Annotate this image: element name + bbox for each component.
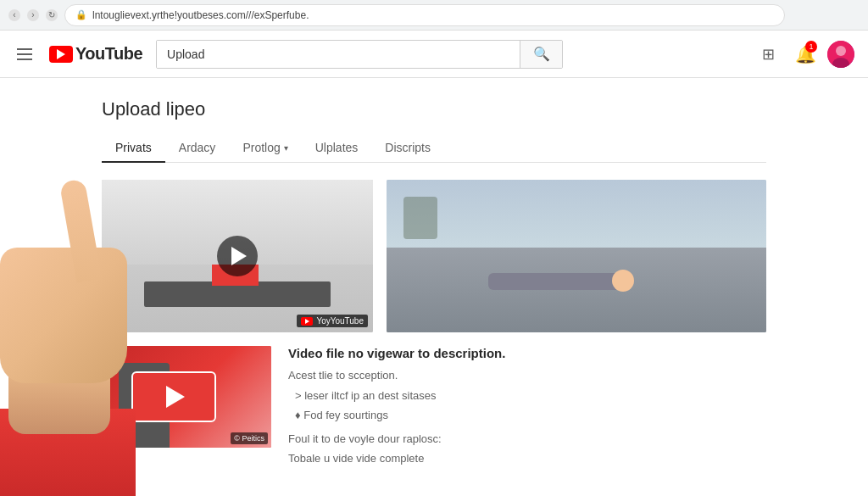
chevron-down-icon: ▾ [284,143,288,153]
video-row-2: © Peitics Video file no vigewar to descr… [102,346,766,471]
search-icon: 🔍 [533,46,550,62]
search-bar[interactable]: 🔍 [156,40,563,69]
avatar[interactable] [827,41,854,68]
url-text: lntouglievext.yrthe!youtbeses.com///exSp… [92,9,309,21]
video-thumbnail-1[interactable]: YoyYouTube [102,180,373,332]
apps-grid-icon[interactable]: ⊞ [753,39,783,70]
lock-icon: 🔒 [75,9,87,20]
tabs-bar: Privats Ardacy Protlog ▾ Ulplates Discri… [102,134,766,163]
notifications-button[interactable]: 🔔 1 [790,39,821,70]
browser-chrome: ‹ › ↻ 🔒 lntouglievext.yrthe!youtbeses.co… [0,0,868,31]
video-source-label-1: YoyYouTube [297,315,368,327]
youtube-mini-logo [301,317,313,326]
video-thumbnail-3[interactable]: © Peitics [102,346,271,448]
forward-button[interactable]: › [27,9,39,21]
tab-protlog[interactable]: Protlog ▾ [229,134,301,163]
video-thumbnail-2[interactable] [387,180,766,332]
video-info-description: Acest tlie to scception. > leser iltcf i… [288,367,766,467]
tab-discripts[interactable]: Discripts [371,134,444,163]
video-source-label-3: © Peitics [231,432,268,444]
video-info-title: Video file no vigewar to description. [288,346,766,360]
refresh-button[interactable]: ↻ [46,9,58,21]
search-input[interactable] [157,41,520,68]
youtube-header: YouTube 🔍 ⊞ 🔔 1 [0,31,868,78]
video-row-1: YoyYouTube [102,180,766,332]
tab-ardacy[interactable]: Ardacy [165,134,230,163]
youtube-logo-icon [49,46,73,63]
notification-badge: 1 [805,41,817,53]
youtube-logo-text: YouTube [75,44,142,64]
page-title: Upload lipeo [102,98,766,120]
play-button-1[interactable] [217,236,258,276]
svg-point-1 [836,46,846,56]
tab-ulplates[interactable]: Ulplates [302,134,372,163]
back-button[interactable]: ‹ [8,9,20,21]
video-info-panel: Video file no vigewar to description. Ac… [288,346,766,471]
youtube-logo[interactable]: YouTube [49,44,142,64]
hamburger-menu[interactable] [14,45,36,64]
tab-privats[interactable]: Privats [102,134,165,163]
main-content: Upload lipeo Privats Ardacy Protlog ▾ Ul… [0,78,868,496]
header-right: ⊞ 🔔 1 [753,39,854,70]
address-bar[interactable]: 🔒 lntouglievext.yrthe!youtbeses.com///ex… [64,4,785,26]
search-button[interactable]: 🔍 [520,41,562,68]
